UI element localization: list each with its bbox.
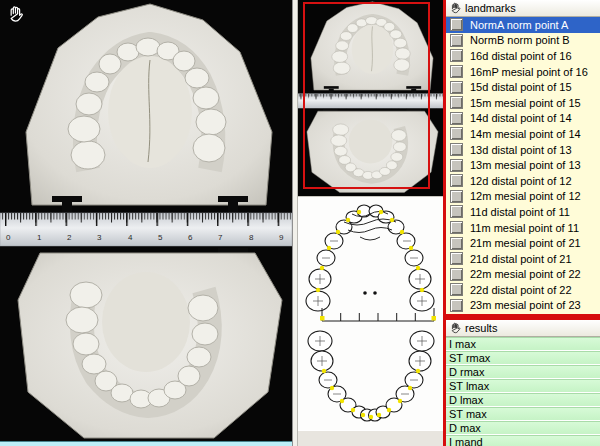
landmark-item[interactable]: 22m mesial point of 22 xyxy=(446,267,600,283)
landmark-item[interactable]: 13m mesial point of 13 xyxy=(446,157,600,173)
landmark-item[interactable]: 23m mesial point of 23 xyxy=(446,298,600,314)
cast-photo-canvas[interactable]: 0123456789 xyxy=(0,0,292,446)
landmark-label: 12m mesial point of 12 xyxy=(470,190,581,202)
landmark-label: 14m mesial point of 14 xyxy=(470,128,581,140)
landmark-item[interactable]: 21d distal point of 21 xyxy=(446,251,600,267)
ruler-number: 4 xyxy=(128,233,132,242)
landmark-label: 11d distal point of 11 xyxy=(470,206,570,218)
landmark-checkbox[interactable] xyxy=(450,268,463,281)
landmark-checkbox[interactable] xyxy=(450,283,463,296)
landmark-item[interactable]: 12m mesial point of 12 xyxy=(446,189,600,205)
result-row[interactable]: I max xyxy=(446,337,600,351)
landmark-item[interactable]: NormB norm point B xyxy=(446,33,600,49)
landmark-label: NormA norm point A xyxy=(470,19,568,31)
landmark-item[interactable]: 22d distal point of 22 xyxy=(446,282,600,298)
overview-thumbnail[interactable] xyxy=(298,0,443,196)
landmark-label: 22d distal point of 22 xyxy=(470,284,572,296)
landmark-checkbox[interactable] xyxy=(450,143,463,156)
landmark-label: 15m mesial point of 15 xyxy=(470,97,581,109)
landmark-item[interactable]: 15d distal point of 15 xyxy=(446,79,600,95)
landmark-label: NormB norm point B xyxy=(470,34,570,46)
occlusal-chart[interactable] xyxy=(298,196,443,430)
viewport-rectangle[interactable] xyxy=(303,2,430,189)
landmark-checkbox[interactable] xyxy=(450,205,463,218)
ruler-number: 8 xyxy=(249,233,253,242)
landmark-item[interactable]: 15m mesial point of 15 xyxy=(446,95,600,111)
landmark-item[interactable]: 14m mesial point of 14 xyxy=(446,126,600,142)
result-label: ST max xyxy=(449,408,487,420)
landmark-checkbox[interactable] xyxy=(450,18,463,31)
result-row[interactable]: ST lmax xyxy=(446,379,600,393)
hand-icon xyxy=(449,322,461,334)
landmark-checkbox[interactable] xyxy=(450,127,463,140)
landmark-checkbox[interactable] xyxy=(450,299,463,312)
result-label: D lmax xyxy=(449,394,483,406)
tooth-arch-diagram xyxy=(298,197,443,430)
cast-photo xyxy=(0,0,292,446)
landmark-item[interactable]: NormA norm point A xyxy=(446,17,600,33)
landmark-item[interactable]: 11m mesial point of 11 xyxy=(446,220,600,236)
landmark-label: 16d distal point of 16 xyxy=(470,50,572,62)
landmark-checkbox[interactable] xyxy=(450,159,463,172)
landmark-item[interactable]: 16mP mesial point of 16 xyxy=(446,64,600,80)
landmarks-title: landmarks xyxy=(465,2,516,14)
landmark-checkbox[interactable] xyxy=(450,252,463,265)
landmark-label: 21d distal point of 21 xyxy=(470,253,572,265)
landmark-checkbox[interactable] xyxy=(450,49,463,62)
ruler-number: 9 xyxy=(279,233,283,242)
landmark-checkbox[interactable] xyxy=(450,96,463,109)
landmark-checkbox[interactable] xyxy=(450,174,463,187)
results-title: results xyxy=(465,322,497,334)
results-panel: results I max ST rmax D rmax xyxy=(446,317,600,446)
landmark-label: 14d distal point of 14 xyxy=(470,112,572,124)
landmark-checkbox[interactable] xyxy=(450,81,463,94)
result-label: D max xyxy=(449,422,481,434)
hand-icon xyxy=(449,2,461,14)
result-label: I max xyxy=(449,338,476,350)
landmark-checkbox[interactable] xyxy=(450,65,463,78)
landmark-item[interactable]: 16d distal point of 16 xyxy=(446,48,600,64)
result-row[interactable]: I mand xyxy=(446,435,600,446)
landmark-checkbox[interactable] xyxy=(450,237,463,250)
landmarks-list: NormA norm point A NormB norm point B 16… xyxy=(446,17,600,313)
ruler-scale: 0123456789 xyxy=(0,233,292,244)
right-column: landmarks NormA norm point A NormB norm … xyxy=(443,0,600,446)
landmark-label: 13m mesial point of 13 xyxy=(470,159,581,171)
landmark-label: 15d distal point of 15 xyxy=(470,81,572,93)
landmark-item[interactable]: 21m mesial point of 21 xyxy=(446,235,600,251)
landmark-label: 22m mesial point of 22 xyxy=(470,268,581,280)
landmark-checkbox[interactable] xyxy=(450,190,463,203)
result-label: D rmax xyxy=(449,366,484,378)
landmark-item[interactable]: 13d distal point of 13 xyxy=(446,142,600,158)
ruler-number: 3 xyxy=(97,233,101,242)
middle-footer-strip xyxy=(298,430,443,446)
ruler-number: 5 xyxy=(158,233,162,242)
ruler-number: 0 xyxy=(6,233,10,242)
landmark-label: 11m mesial point of 11 xyxy=(470,222,579,234)
landmark-label: 16mP mesial point of 16 xyxy=(470,66,588,78)
landmarks-panel: landmarks NormA norm point A NormB norm … xyxy=(446,0,600,317)
result-row[interactable]: ST max xyxy=(446,407,600,421)
landmark-checkbox[interactable] xyxy=(450,112,463,125)
result-row[interactable]: D max xyxy=(446,421,600,435)
results-header: results xyxy=(446,320,600,337)
result-row[interactable]: ST rmax xyxy=(446,351,600,365)
landmark-item[interactable]: 12d distal point of 12 xyxy=(446,173,600,189)
result-label: ST rmax xyxy=(449,352,490,364)
landmark-label: 13d distal point of 13 xyxy=(470,144,572,156)
ruler-number: 1 xyxy=(37,233,41,242)
middle-column xyxy=(298,0,443,446)
results-list: I max ST rmax D rmax ST lmax xyxy=(446,337,600,446)
hand-icon xyxy=(6,5,24,23)
landmark-label: 23m mesial point of 23 xyxy=(470,299,581,311)
result-row[interactable]: D rmax xyxy=(446,365,600,379)
landmark-item[interactable]: 14d distal point of 14 xyxy=(446,111,600,127)
landmark-label: 12d distal point of 12 xyxy=(470,175,572,187)
ruler-number: 2 xyxy=(67,233,71,242)
landmark-item[interactable]: 11d distal point of 11 xyxy=(446,204,600,220)
result-row[interactable]: D lmax xyxy=(446,393,600,407)
landmark-label: 21m mesial point of 21 xyxy=(470,237,581,249)
landmark-checkbox[interactable] xyxy=(450,34,463,47)
photo-bottom-strip xyxy=(0,441,292,446)
landmark-checkbox[interactable] xyxy=(450,221,463,234)
